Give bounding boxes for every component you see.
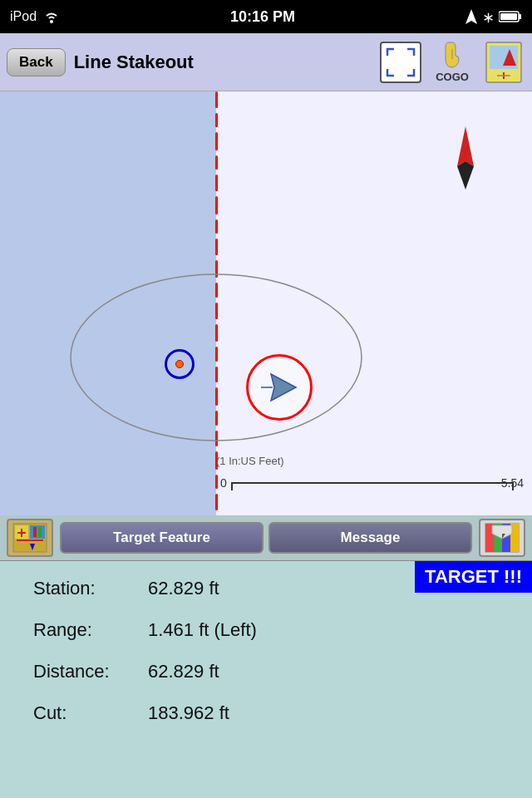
scale-tick-right: [512, 482, 514, 490]
range-row: Range: 1.461 ft (Left): [33, 619, 499, 641]
svg-text:∗: ∗: [482, 9, 494, 24]
device-label: iPod: [10, 9, 37, 24]
map-icon: [485, 41, 523, 84]
back-button[interactable]: Back: [7, 48, 66, 76]
distance-row: Distance: 62.829 ft: [33, 661, 499, 682]
hand-pointer-icon: [437, 41, 467, 71]
station-value: 62.829 ft: [148, 578, 219, 599]
position-dot: [175, 360, 184, 368]
target-marker: [246, 354, 313, 421]
svg-rect-4: [519, 14, 521, 19]
tab-message[interactable]: Message: [268, 522, 472, 554]
cogo-button[interactable]: COGO: [431, 41, 474, 84]
cut-row: Cut: 183.962 ft: [33, 702, 499, 724]
map-area: (1 In:US Feet) 0 5.54: [0, 91, 532, 515]
status-right: ∗: [466, 9, 522, 24]
svg-rect-20: [30, 525, 45, 539]
time-display: 10:16 PM: [230, 8, 295, 26]
svg-marker-13: [457, 161, 474, 190]
tab-target-feature[interactable]: Target Feature: [60, 522, 264, 554]
toolbar-title: Line Stakeout: [74, 52, 371, 73]
range-value: 1.461 ft (Left): [148, 619, 257, 641]
toolbar: Back Line Stakeout COGO: [0, 33, 532, 91]
range-label: Range:: [33, 619, 141, 641]
distance-value: 62.829 ft: [148, 661, 219, 682]
wifi-icon: [43, 10, 60, 23]
target-badge: TARGET !!!: [415, 561, 532, 593]
cogo-label: COGO: [436, 71, 469, 83]
survey-icon: [12, 522, 48, 554]
cut-label: Cut:: [33, 702, 141, 724]
expand-icon: [386, 47, 416, 77]
svg-point-0: [50, 20, 53, 23]
expand-icon-box: [380, 42, 421, 83]
location-icon: [466, 9, 477, 24]
svg-point-14: [71, 274, 362, 441]
status-left: iPod: [10, 9, 60, 24]
current-position-marker: [165, 349, 195, 379]
scale-bar-container: 0: [220, 475, 227, 490]
distance-label: Distance:: [33, 661, 141, 682]
status-bar: iPod 10:16 PM ∗: [0, 0, 532, 33]
svg-marker-1: [466, 9, 477, 24]
svg-rect-23: [33, 527, 37, 537]
station-label: Station:: [33, 578, 141, 599]
bottom-panel: Target Feature Message TARGET !!! Statio…: [0, 515, 532, 798]
expand-button[interactable]: [379, 41, 422, 84]
svg-marker-12: [457, 126, 474, 166]
bluetooth-icon: ∗: [482, 9, 494, 24]
scale-tick-left: [231, 482, 233, 490]
svg-marker-15: [271, 374, 296, 401]
pencil-icon-box: [479, 519, 525, 557]
survey-icon-box: [7, 519, 53, 557]
north-arrow: [449, 125, 482, 191]
svg-rect-5: [500, 13, 517, 20]
scale-start: 0: [220, 476, 227, 490]
pencil-icon: [484, 522, 520, 554]
scale-label: (1 In:US Feet): [216, 455, 482, 467]
cut-value: 183.962 ft: [148, 702, 229, 724]
ellipse-container: [50, 258, 366, 457]
map-button[interactable]: [482, 41, 525, 84]
tab-buttons: Target Feature Message: [60, 522, 472, 554]
bottom-toolbar: Target Feature Message: [0, 515, 532, 561]
battery-icon: [499, 10, 522, 23]
scale-line: [231, 482, 514, 484]
svg-rect-24: [38, 527, 42, 537]
